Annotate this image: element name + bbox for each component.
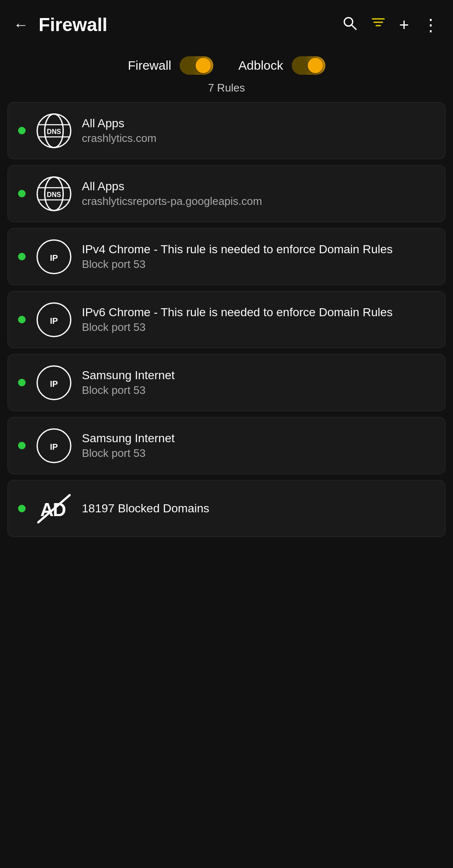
svg-text:DNS: DNS [47,191,61,198]
rule-subtitle: Block port 53 [82,321,393,334]
rule-title: Samsung Internet [82,432,175,445]
rule-item[interactable]: IP Samsung Internet Block port 53 [8,354,445,411]
rule-text: Samsung Internet Block port 53 [82,369,175,397]
rule-title: All Apps [82,117,157,130]
ip-icon: IP [35,364,73,401]
controls-row: Firewall Adblock [0,46,453,79]
rule-subtitle: crashlyticsreports-pa.googleapis.com [82,195,262,208]
adblock-label: Adblock [238,58,283,73]
rule-subtitle: Block port 53 [82,384,175,397]
rule-title: 18197 Blocked Domains [82,502,209,515]
svg-text:IP: IP [50,379,58,388]
ip-icon: IP [35,301,73,338]
rule-item[interactable]: IP Samsung Internet Block port 53 [8,417,445,474]
rule-subtitle: Block port 53 [82,258,393,271]
adblock-control: Adblock [238,56,325,75]
svg-text:IP: IP [50,316,58,325]
dns-icon: DNS [35,175,73,212]
rule-title: All Apps [82,180,262,193]
filter-button[interactable] [367,12,389,38]
rule-subtitle: Block port 53 [82,447,175,460]
rule-text: All Apps crashlyticsreports-pa.googleapi… [82,180,262,208]
top-bar: ← Firewall + ⋮ [0,0,453,46]
rule-text: 18197 Blocked Domains [82,502,209,515]
rules-list: DNS All Apps crashlytics.com DNS All App… [0,102,453,543]
rule-item[interactable]: IP IPv6 Chrome - This rule is needed to … [8,291,445,348]
rule-title: Samsung Internet [82,369,175,382]
search-button[interactable] [339,12,361,38]
dns-icon: DNS [35,112,73,149]
rule-item[interactable]: IP IPv4 Chrome - This rule is needed to … [8,228,445,285]
svg-line-1 [352,25,356,29]
svg-text:DNS: DNS [47,128,61,135]
rule-title: IPv4 Chrome - This rule is needed to enf… [82,243,393,256]
firewall-label: Firewall [128,58,171,73]
status-dot [18,379,26,386]
status-dot [18,253,26,260]
firewall-toggle-knob [196,58,211,73]
page-title: Firewall [39,14,332,35]
rule-title: IPv6 Chrome - This rule is needed to enf… [82,306,393,319]
add-button[interactable]: + [396,12,412,38]
rule-text: IPv6 Chrome - This rule is needed to enf… [82,306,393,334]
rule-item[interactable]: DNS All Apps crashlyticsreports-pa.googl… [8,165,445,222]
status-dot [18,505,26,512]
status-dot [18,442,26,449]
rule-item[interactable]: DNS All Apps crashlytics.com [8,102,445,159]
rule-text: All Apps crashlytics.com [82,117,157,145]
ad-block-icon: AD [35,490,73,527]
rules-count: 7 Rules [0,79,453,102]
svg-text:IP: IP [50,442,58,451]
rule-subtitle: crashlytics.com [82,132,157,145]
rule-item[interactable]: AD 18197 Blocked Domains [8,480,445,537]
rule-text: Samsung Internet Block port 53 [82,432,175,460]
status-dot [18,316,26,323]
adblock-toggle-knob [308,58,323,73]
status-dot [18,127,26,134]
firewall-toggle[interactable] [180,56,213,75]
back-button[interactable]: ← [10,13,32,37]
rule-text: IPv4 Chrome - This rule is needed to enf… [82,243,393,271]
firewall-control: Firewall [128,56,213,75]
ip-icon: IP [35,427,73,464]
svg-text:IP: IP [50,253,58,262]
ip-icon: IP [35,238,73,275]
adblock-toggle[interactable] [292,56,325,75]
more-button[interactable]: ⋮ [419,12,443,38]
status-dot [18,190,26,197]
